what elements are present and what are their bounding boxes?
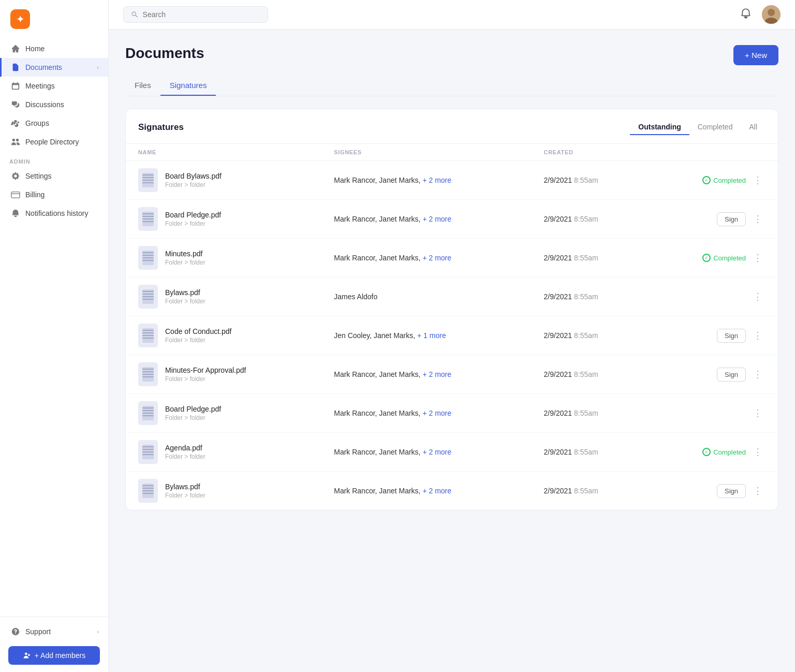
svg-point-2 — [768, 9, 775, 16]
doc-lines — [142, 213, 154, 222]
created-time: 8:55am — [574, 293, 598, 301]
table-row: Board Bylaws.pdf Folder > folder Mark Ra… — [126, 161, 778, 200]
sidebar: ✦ Home Documents › Meetings — [0, 0, 109, 672]
main-content: Documents + New Files Signatures Signatu… — [109, 0, 795, 672]
table-row: Minutes-For Approval.pdf Folder > folder… — [126, 355, 778, 394]
sidebar-item-discussions-label: Discussions — [25, 100, 64, 109]
signees-cell: Mark Rancor, Janet Marks, + 2 more — [321, 355, 531, 394]
doc-icon — [138, 479, 158, 503]
sidebar-item-support-label: Support — [25, 627, 51, 636]
created-time: 8:55am — [574, 254, 598, 262]
doc-filename: Bylaws.pdf — [165, 288, 205, 297]
doc-info: Minutes.pdf Folder > folder — [165, 250, 205, 266]
add-members-label: + Add members — [35, 651, 85, 660]
svg-rect-0 — [11, 192, 20, 198]
doc-line — [142, 330, 154, 331]
doc-name-cell: Minutes-For Approval.pdf Folder > folder — [126, 355, 321, 394]
doc-line — [142, 218, 154, 220]
user-avatar[interactable] — [762, 5, 781, 24]
table-row: Board Pledge.pdf Folder > folder Mark Ra… — [126, 200, 778, 239]
filter-tab-all[interactable]: All — [741, 120, 765, 135]
created-cell: 2/9/2021 8:55am — [532, 277, 649, 316]
sign-button[interactable]: Sign — [717, 368, 746, 382]
notifications-bell-button[interactable] — [738, 6, 754, 24]
more-options-button[interactable]: ⋮ — [750, 445, 765, 459]
sidebar-item-home[interactable]: Home — [0, 39, 108, 58]
action-cell: ✓ Completed ⋮ — [648, 239, 778, 277]
created-date: 2/9/2021 — [544, 370, 572, 378]
doc-line — [142, 410, 154, 411]
add-members-button[interactable]: + Add members — [8, 646, 100, 665]
sidebar-item-billing[interactable]: Billing — [0, 185, 108, 204]
action-cell-inner: ✓ Completed ⋮ — [660, 445, 765, 459]
sidebar-item-support[interactable]: Support › — [0, 622, 108, 641]
filter-tab-completed[interactable]: Completed — [689, 120, 741, 135]
doc-cell: Minutes-For Approval.pdf Folder > folder — [138, 362, 309, 386]
created-cell: 2/9/2021 8:55am — [532, 433, 649, 472]
sign-button[interactable]: Sign — [717, 212, 746, 226]
sidebar-item-billing-label: Billing — [25, 191, 45, 199]
completed-label: Completed — [713, 448, 746, 456]
more-options-button[interactable]: ⋮ — [750, 251, 765, 265]
doc-filename: Board Pledge.pdf — [165, 211, 221, 219]
tab-files[interactable]: Files — [125, 76, 160, 96]
sidebar-item-people-directory[interactable]: People Directory — [0, 133, 108, 151]
doc-cell: Agenda.pdf Folder > folder — [138, 440, 309, 464]
more-options-button[interactable]: ⋮ — [750, 173, 765, 187]
doc-filename: Code of Conduct.pdf — [165, 327, 231, 335]
sign-button[interactable]: Sign — [717, 484, 746, 498]
search-input[interactable] — [143, 10, 260, 19]
more-options-button[interactable]: ⋮ — [750, 212, 765, 226]
sign-button[interactable]: Sign — [717, 329, 746, 343]
more-options-button[interactable]: ⋮ — [750, 406, 765, 420]
doc-info: Agenda.pdf Folder > folder — [165, 444, 205, 460]
more-options-button[interactable]: ⋮ — [750, 329, 765, 342]
sidebar-item-discussions[interactable]: Discussions — [0, 95, 108, 114]
doc-line — [142, 221, 154, 222]
tab-signatures[interactable]: Signatures — [160, 76, 216, 96]
signees-cell: Mark Rancor, Janet Marks, + 2 more — [321, 433, 531, 472]
sidebar-item-settings[interactable]: Settings — [0, 167, 108, 185]
filter-tab-outstanding[interactable]: Outstanding — [630, 120, 689, 135]
doc-line — [142, 255, 154, 256]
action-cell-inner: Sign ⋮ — [660, 484, 765, 498]
completed-label: Completed — [713, 254, 746, 262]
signatures-header: Signatures Outstanding Completed All — [126, 109, 778, 144]
page-tabs: Files Signatures — [125, 76, 778, 96]
doc-path: Folder > folder — [165, 220, 221, 227]
search-box[interactable] — [123, 6, 268, 23]
check-circle-icon: ✓ — [702, 176, 711, 184]
sidebar-item-people-label: People Directory — [25, 138, 79, 146]
support-icon — [11, 627, 20, 636]
new-button-label: + New — [745, 51, 767, 60]
more-options-button[interactable]: ⋮ — [750, 368, 765, 381]
doc-cell: Code of Conduct.pdf Folder > folder — [138, 324, 309, 347]
more-options-button[interactable]: ⋮ — [750, 290, 765, 303]
action-cell-inner: ✓ Completed ⋮ — [660, 251, 765, 265]
doc-lines — [142, 446, 154, 455]
status-completed: ✓ Completed — [702, 448, 746, 456]
created-time: 8:55am — [574, 370, 598, 378]
more-options-button[interactable]: ⋮ — [750, 484, 765, 498]
signatures-table: NAME SIGNEES CREATED Board By — [126, 144, 778, 510]
created-cell: 2/9/2021 8:55am — [532, 239, 649, 277]
sidebar-item-documents[interactable]: Documents › — [0, 58, 108, 77]
signees-text: Mark Rancor, Janet Marks, — [334, 254, 422, 262]
doc-line — [142, 252, 154, 253]
created-time: 8:55am — [574, 409, 598, 417]
sidebar-item-groups[interactable]: Groups — [0, 114, 108, 133]
sidebar-item-notifications[interactable]: Notifications history — [0, 204, 108, 223]
action-cell-inner: ⋮ — [660, 406, 765, 420]
doc-path: Folder > folder — [165, 337, 231, 344]
page-title: Documents — [125, 45, 204, 62]
action-cell: ⋮ — [648, 394, 778, 433]
groups-icon — [11, 119, 20, 128]
doc-line — [142, 174, 154, 176]
new-button[interactable]: + New — [733, 45, 778, 65]
app-logo: ✦ — [10, 9, 30, 29]
action-cell: ✓ Completed ⋮ — [648, 161, 778, 200]
action-cell: ⋮ — [648, 277, 778, 316]
created-cell: 2/9/2021 8:55am — [532, 161, 649, 200]
sidebar-item-meetings[interactable]: Meetings — [0, 77, 108, 95]
action-cell: ✓ Completed ⋮ — [648, 433, 778, 472]
